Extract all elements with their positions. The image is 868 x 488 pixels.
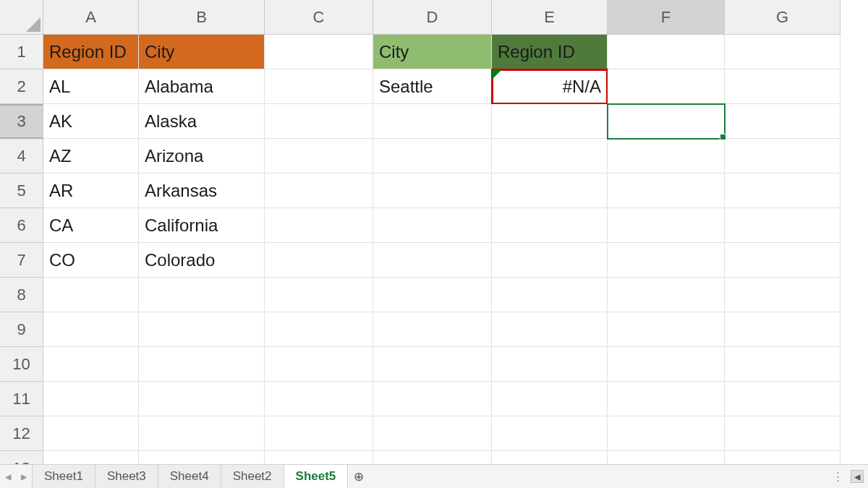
- tab-sheet4[interactable]: Sheet4: [158, 465, 221, 488]
- col-header-G[interactable]: G: [725, 0, 841, 35]
- cell-G6[interactable]: [725, 208, 841, 243]
- cell-C5[interactable]: [265, 174, 373, 208]
- cell-F3[interactable]: [608, 104, 725, 139]
- cell-E6[interactable]: [492, 208, 608, 243]
- cell-F11[interactable]: [608, 382, 725, 416]
- cell-G2[interactable]: [725, 69, 841, 104]
- cell-A1[interactable]: Region ID: [43, 35, 139, 69]
- cell-C11[interactable]: [265, 382, 373, 416]
- cell-C4[interactable]: [265, 139, 373, 174]
- tab-nav-left-icon[interactable]: ◂: [0, 469, 16, 484]
- cell-F12[interactable]: [608, 416, 725, 451]
- cell-A7[interactable]: CO: [43, 243, 139, 278]
- cell-C1[interactable]: [265, 35, 373, 69]
- cell-A2[interactable]: AL: [43, 69, 139, 104]
- cell-D11[interactable]: [373, 382, 492, 416]
- cell-F5[interactable]: [608, 174, 725, 208]
- cell-D6[interactable]: [373, 208, 492, 243]
- cell-B8[interactable]: [139, 278, 265, 312]
- cell-C3[interactable]: [265, 104, 373, 139]
- cell-F9[interactable]: [608, 312, 725, 347]
- cell-E1[interactable]: Region ID: [492, 35, 608, 69]
- col-header-D[interactable]: D: [373, 0, 492, 35]
- cell-B12[interactable]: [139, 416, 265, 451]
- cell-G3[interactable]: [725, 104, 841, 139]
- new-sheet-button[interactable]: ⊕: [348, 469, 370, 484]
- cell-F2[interactable]: [608, 69, 725, 104]
- cell-A11[interactable]: [43, 382, 139, 416]
- cell-D10[interactable]: [373, 347, 492, 382]
- row-header-6[interactable]: 6: [0, 208, 43, 243]
- cell-D3[interactable]: [373, 104, 492, 139]
- cell-D8[interactable]: [373, 278, 492, 312]
- cell-F4[interactable]: [608, 139, 725, 174]
- cell-E10[interactable]: [492, 347, 608, 382]
- cell-C8[interactable]: [265, 278, 373, 312]
- row-header-11[interactable]: 11: [0, 382, 43, 416]
- hscroll-left-icon[interactable]: ◂: [851, 470, 864, 483]
- cell-G8[interactable]: [725, 278, 841, 312]
- cell-E11[interactable]: [492, 382, 608, 416]
- cell-B10[interactable]: [139, 347, 265, 382]
- row-header-7[interactable]: 7: [0, 243, 43, 278]
- col-header-A[interactable]: A: [43, 0, 139, 35]
- cell-B1[interactable]: City: [139, 35, 265, 69]
- cell-E2[interactable]: #N/A: [492, 69, 608, 104]
- cell-B4[interactable]: Arizona: [139, 139, 265, 174]
- cell-E3[interactable]: [492, 104, 608, 139]
- cell-C7[interactable]: [265, 243, 373, 278]
- row-header-10[interactable]: 10: [0, 347, 43, 382]
- cell-F7[interactable]: [608, 243, 725, 278]
- cell-G7[interactable]: [725, 243, 841, 278]
- cell-A12[interactable]: [43, 416, 139, 451]
- tab-sheet2[interactable]: Sheet2: [221, 465, 284, 488]
- cell-G9[interactable]: [725, 312, 841, 347]
- cell-F1[interactable]: [608, 35, 725, 69]
- cell-B2[interactable]: Alabama: [139, 69, 265, 104]
- cell-B11[interactable]: [139, 382, 265, 416]
- cell-E9[interactable]: [492, 312, 608, 347]
- cell-G11[interactable]: [725, 382, 841, 416]
- cell-G12[interactable]: [725, 416, 841, 451]
- row-header-2[interactable]: 2: [0, 69, 43, 104]
- row-header-9[interactable]: 9: [0, 312, 43, 347]
- cell-E5[interactable]: [492, 174, 608, 208]
- col-header-E[interactable]: E: [492, 0, 608, 35]
- cell-B3[interactable]: Alaska: [139, 104, 265, 139]
- row-header-3[interactable]: 3: [0, 104, 43, 139]
- cell-A9[interactable]: [43, 312, 139, 347]
- cell-A3[interactable]: AK: [43, 104, 139, 139]
- cell-E12[interactable]: [492, 416, 608, 451]
- cell-B7[interactable]: Colorado: [139, 243, 265, 278]
- cell-B9[interactable]: [139, 312, 265, 347]
- cell-E4[interactable]: [492, 139, 608, 174]
- cell-D2[interactable]: Seattle: [373, 69, 492, 104]
- cell-B6[interactable]: California: [139, 208, 265, 243]
- cell-C10[interactable]: [265, 347, 373, 382]
- select-all-corner[interactable]: [0, 0, 43, 35]
- cell-D9[interactable]: [373, 312, 492, 347]
- cell-F6[interactable]: [608, 208, 725, 243]
- col-header-F[interactable]: F: [608, 0, 725, 35]
- row-header-8[interactable]: 8: [0, 278, 43, 312]
- cell-C2[interactable]: [265, 69, 373, 104]
- row-header-4[interactable]: 4: [0, 139, 43, 174]
- cell-A6[interactable]: CA: [43, 208, 139, 243]
- cell-G4[interactable]: [725, 139, 841, 174]
- cell-D5[interactable]: [373, 174, 492, 208]
- row-header-12[interactable]: 12: [0, 416, 43, 451]
- cell-D12[interactable]: [373, 416, 492, 451]
- cell-F10[interactable]: [608, 347, 725, 382]
- tab-options-icon[interactable]: ⋮: [832, 469, 845, 484]
- cell-C6[interactable]: [265, 208, 373, 243]
- row-header-1[interactable]: 1: [0, 35, 43, 69]
- col-header-B[interactable]: B: [139, 0, 265, 35]
- cell-D4[interactable]: [373, 139, 492, 174]
- cell-C9[interactable]: [265, 312, 373, 347]
- cell-E7[interactable]: [492, 243, 608, 278]
- cell-A10[interactable]: [43, 347, 139, 382]
- row-header-5[interactable]: 5: [0, 174, 43, 208]
- col-header-C[interactable]: C: [265, 0, 373, 35]
- cell-F8[interactable]: [608, 278, 725, 312]
- tab-sheet1[interactable]: Sheet1: [32, 465, 95, 488]
